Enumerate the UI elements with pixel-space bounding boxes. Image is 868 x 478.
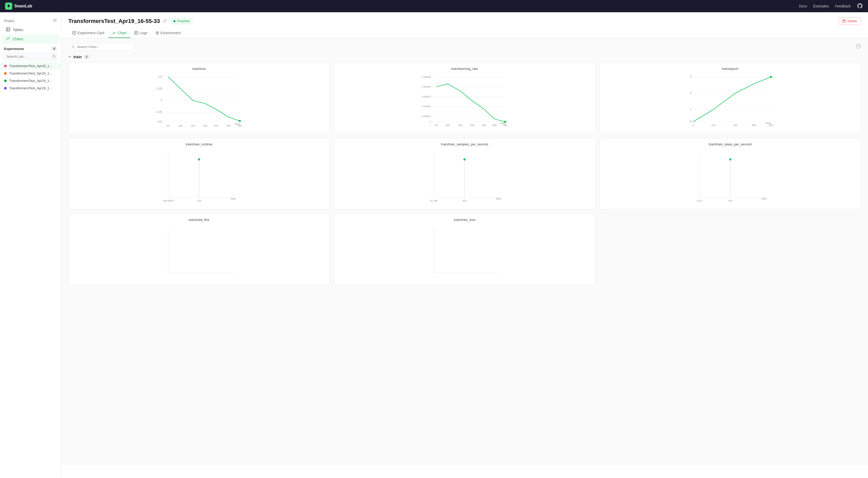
clock-icon[interactable] xyxy=(856,43,861,50)
chart-title-epoch: train/epoch xyxy=(604,67,857,71)
search-lab-input[interactable] xyxy=(3,53,58,60)
svg-text:100: 100 xyxy=(179,124,183,127)
svg-text:0.00002: 0.00002 xyxy=(422,105,431,108)
svg-rect-9 xyxy=(73,31,76,34)
chart-svg-train-loss xyxy=(338,224,591,280)
examples-link[interactable]: Examples xyxy=(813,4,829,8)
svg-text:0: 0 xyxy=(692,124,694,126)
docs-link[interactable]: Docs xyxy=(799,4,807,8)
chart-svg-runtime: 246.5828 375 Step xyxy=(73,148,326,204)
svg-text:0.00003: 0.00003 xyxy=(422,95,431,98)
chart-svg-lr: 0.00005 0.00004 0.00003 0.00002 0.00001 … xyxy=(338,73,591,129)
experiment-item-3[interactable]: TransformersTest_Apr19_1... xyxy=(0,84,61,92)
chart-container-loss: 1.5 1.25 1 0.75 0.5 50 xyxy=(73,73,326,129)
exp-dot-2 xyxy=(4,80,7,82)
svg-text:0.75: 0.75 xyxy=(157,111,162,114)
tab-experiment-card[interactable]: Experiment Card xyxy=(68,28,108,38)
chart-card-train-loss[interactable]: train/train_loss xyxy=(334,213,595,285)
experiment-list: TransformersTest_Apr19_1... Transformers… xyxy=(0,62,61,92)
layout: Project Tables xyxy=(0,12,868,478)
chart-card-epoch[interactable]: train/epoch 3 2 1 0 xyxy=(599,62,861,134)
svg-point-95 xyxy=(729,158,731,161)
github-icon[interactable] xyxy=(857,3,863,10)
svg-line-19 xyxy=(74,48,75,48)
svg-text:375: 375 xyxy=(728,199,732,202)
chart-title-flos: train/total_flos xyxy=(73,218,326,222)
svg-rect-1 xyxy=(55,20,56,22)
svg-text:1.25: 1.25 xyxy=(157,87,162,90)
edit-icon[interactable] xyxy=(163,19,167,24)
svg-rect-0 xyxy=(53,20,55,22)
tables-label: Tables xyxy=(13,28,23,32)
chart-card-loss[interactable]: train/loss 1.5 1.25 1 0.75 0.5 xyxy=(68,62,330,134)
svg-text:250: 250 xyxy=(482,124,487,126)
sidebar-item-charts[interactable]: Charts xyxy=(2,34,59,43)
svg-rect-2 xyxy=(6,28,10,31)
chart-card-runtime[interactable]: train/train_runtime 246.5828 375 xyxy=(68,138,330,209)
search-icon xyxy=(52,54,56,59)
tab-logs-label: Logs xyxy=(140,31,147,35)
svg-text:0: 0 xyxy=(690,120,691,123)
brand: SwanLab xyxy=(5,3,799,10)
svg-point-17 xyxy=(157,32,158,33)
svg-text:300: 300 xyxy=(226,124,231,127)
exp-name-0: TransformersTest_Apr19_1... xyxy=(9,64,52,68)
svg-text:0.5: 0.5 xyxy=(158,120,162,123)
svg-text:375: 375 xyxy=(197,199,201,202)
chart-card-steps[interactable]: train/train_steps_per_second 1.521 375 S… xyxy=(599,138,861,209)
svg-text:200: 200 xyxy=(733,124,738,126)
experiments-header: Experiments 4 xyxy=(0,43,61,53)
nav-links: Docs Examples Feedback xyxy=(799,3,863,10)
svg-text:Step: Step xyxy=(235,122,240,125)
svg-text:0: 0 xyxy=(429,120,431,123)
delete-label: Delete xyxy=(847,19,857,23)
svg-point-41 xyxy=(239,120,241,122)
svg-rect-8 xyxy=(843,21,845,23)
svg-text:Step: Step xyxy=(496,197,501,200)
experiment-item-1[interactable]: TransformersTest_Apr19_1... xyxy=(0,70,61,77)
experiments-label: Experiments xyxy=(4,47,24,51)
chart-svg-samples: 12.166 375 Step xyxy=(338,148,591,204)
svg-text:1: 1 xyxy=(690,108,691,111)
tabs: Experiment Card Chart Logs xyxy=(68,28,861,38)
chart-svg-epoch: 3 2 1 0 0 100 200 xyxy=(604,73,857,129)
feedback-link[interactable]: Feedback xyxy=(835,4,851,8)
exp-name-3: TransformersTest_Apr19_1... xyxy=(9,86,52,90)
chart-container-epoch: 3 2 1 0 0 100 200 xyxy=(604,73,857,129)
svg-point-88 xyxy=(464,158,466,161)
experiment-item-2[interactable]: TransformersTest_Apr19_1... xyxy=(0,77,61,84)
svg-text:150: 150 xyxy=(191,124,195,127)
tab-logs[interactable]: Logs xyxy=(130,28,151,38)
charts-icon xyxy=(6,36,10,41)
exp-dot-3 xyxy=(4,87,7,90)
tab-chart[interactable]: Chart xyxy=(108,28,130,38)
svg-text:50: 50 xyxy=(435,124,438,126)
svg-text:Step: Step xyxy=(230,197,236,200)
experiment-item-0[interactable]: TransformersTest_Apr19_1... xyxy=(0,62,61,70)
chart-card-samples[interactable]: train/train_samples_per_second 12.166 37… xyxy=(334,138,595,209)
tab-experiment-card-label: Experiment Card xyxy=(78,31,104,35)
charts-area: train 8 train/loss 1.5 1.25 1 0.75 xyxy=(61,38,868,465)
tab-environment[interactable]: Environment xyxy=(152,28,185,38)
tab-environment-label: Environment xyxy=(161,31,181,35)
swan-logo xyxy=(5,3,12,10)
delete-button[interactable]: Delete xyxy=(838,17,861,25)
svg-text:2: 2 xyxy=(690,92,691,95)
sidebar-collapse-icon[interactable] xyxy=(53,18,57,23)
chart-search-input[interactable] xyxy=(77,45,131,49)
svg-text:Step: Step xyxy=(762,197,767,200)
svg-text:0.00004: 0.00004 xyxy=(422,85,431,88)
sidebar-item-tables[interactable]: Tables xyxy=(2,25,59,34)
chart-card-flos[interactable]: train/total_flos xyxy=(68,213,330,285)
chart-search-box xyxy=(68,43,135,51)
project-header: Project xyxy=(0,16,61,25)
svg-text:200: 200 xyxy=(470,124,474,126)
exp-header: TransformersTest_Apr19_16-55-33 Finished xyxy=(61,12,868,38)
chevron-down-icon[interactable] xyxy=(68,55,71,59)
sidebar: Project Tables xyxy=(0,12,61,478)
chart-grid: train/loss 1.5 1.25 1 0.75 0.5 xyxy=(68,62,861,285)
svg-text:250: 250 xyxy=(214,124,218,127)
chart-card-lr[interactable]: train/learning_rate 0.00005 0.00004 0.00… xyxy=(334,62,595,134)
chart-container-flos xyxy=(73,224,326,280)
exp-dot-1 xyxy=(4,72,7,75)
